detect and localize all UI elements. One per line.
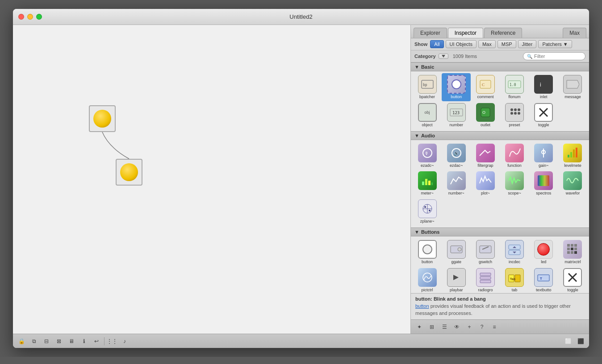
obj-scope[interactable]: scope~ — [500, 170, 529, 198]
svg-point-41 — [458, 248, 461, 251]
section-basic[interactable]: ▼ Basic — [411, 62, 589, 71]
maximize-button[interactable] — [36, 14, 42, 20]
section-buttons[interactable]: ▼ Buttons — [411, 228, 589, 236]
obj-btn-button[interactable]: button — [413, 238, 442, 266]
obj-function[interactable]: function — [500, 142, 529, 170]
tab-reference[interactable]: Reference — [484, 28, 522, 38]
obj-levelmete[interactable]: levelmete — [558, 142, 587, 170]
section-collapse-basic[interactable]: ▼ — [414, 64, 419, 70]
button-node-1[interactable] — [89, 105, 116, 132]
filter-patchers[interactable]: Patchers ▼ — [538, 40, 572, 48]
obj-ezadc[interactable]: 🎙 ezadc~ — [413, 142, 442, 170]
obj-toggle[interactable]: toggle — [529, 101, 558, 129]
obj-outlet[interactable]: O outlet — [471, 101, 500, 129]
obj-plot[interactable]: plot~ — [471, 170, 500, 198]
toggle-label: toggle — [538, 123, 549, 128]
section-collapse-audio[interactable]: ▼ — [414, 133, 419, 138]
obj-gain[interactable]: gain~ — [529, 142, 558, 170]
gswitch-icon — [476, 240, 495, 259]
function-icon — [505, 144, 524, 162]
obj-tab[interactable]: Tab tab — [500, 266, 529, 293]
info-link[interactable]: button — [415, 303, 429, 309]
section-audio[interactable]: ▼ Audio — [411, 131, 589, 140]
eye-icon[interactable]: 👁 — [452, 322, 462, 332]
obj-spectros[interactable]: spectros — [529, 170, 558, 198]
plot-icon — [476, 171, 495, 190]
radiogro-label: radiogro — [478, 288, 493, 293]
ggate-icon — [447, 240, 466, 259]
obj-radiogro[interactable]: radiogro — [471, 266, 500, 293]
obj-number[interactable]: 123 number — [442, 101, 471, 129]
scope-label: scope~ — [508, 191, 521, 196]
obj-inlet[interactable]: i inlet — [529, 73, 558, 101]
obj-toggle2[interactable]: toggle — [558, 266, 587, 293]
info-icon[interactable]: ℹ — [79, 336, 89, 346]
comment-icon: C — [476, 75, 495, 94]
tab-explorer[interactable]: Explorer — [414, 28, 447, 38]
obj-button[interactable]: button — [442, 73, 471, 101]
outlet-icon: O — [476, 103, 495, 122]
grid-icon[interactable]: ⊟ — [42, 336, 51, 346]
items-count: 1009 Items — [453, 54, 477, 59]
plus-icon[interactable]: + — [464, 322, 474, 332]
function-label: function — [507, 163, 522, 168]
layers-icon[interactable]: ⧉ — [29, 336, 39, 346]
music-icon[interactable]: ♪ — [120, 336, 130, 346]
obj-ggate[interactable]: ggate — [442, 238, 471, 266]
section-collapse-buttons[interactable]: ▼ — [414, 229, 419, 235]
obj-matrixctrl[interactable]: matrixctrl — [558, 238, 587, 266]
arrow-icon[interactable]: ↩ — [92, 336, 101, 346]
obj-bpatcher[interactable]: bp bpatcher — [413, 73, 442, 101]
object-list[interactable]: ▼ Basic bp bpatcher — [411, 62, 589, 293]
obj-zplane[interactable]: zplane~ — [413, 198, 442, 226]
number2-label: number~ — [448, 191, 464, 196]
obj-led[interactable]: led — [529, 238, 558, 266]
tab-inspector[interactable]: Inspector — [448, 28, 483, 38]
filter-ui-objects[interactable]: UI Objects — [446, 40, 477, 48]
filter-all[interactable]: All — [430, 40, 443, 48]
expand-icon[interactable]: ⬜ — [563, 336, 573, 346]
collapse-icon[interactable]: ⬛ — [576, 336, 585, 346]
obj-comment[interactable]: C comment — [471, 73, 500, 101]
apps-icon[interactable]: ⋮⋮ — [107, 336, 117, 346]
obj-pictctrl[interactable]: pictctrl — [413, 266, 442, 293]
obj-message[interactable]: message — [558, 73, 587, 101]
svg-rect-48 — [567, 244, 570, 247]
close-box-icon[interactable]: ⊠ — [54, 336, 64, 346]
svg-marker-58 — [453, 275, 459, 280]
lock-icon[interactable]: 🔒 — [17, 336, 26, 346]
canvas-area[interactable] — [13, 25, 410, 334]
monitor-icon[interactable]: 🖥 — [67, 336, 76, 346]
obj-ezdac[interactable]: 🔊 ezdac~ — [442, 142, 471, 170]
tab-max[interactable]: Max — [563, 28, 586, 38]
obj-textbutto[interactable]: T textbutto — [529, 266, 558, 293]
filter-jitter[interactable]: Jitter — [518, 40, 537, 48]
obj-filtergrap[interactable]: filtergrap — [471, 142, 500, 170]
svg-text:🎙: 🎙 — [425, 151, 429, 156]
button-node-2[interactable] — [116, 159, 142, 186]
filter-msp[interactable]: MSP — [497, 40, 516, 48]
help-icon[interactable]: ? — [477, 322, 487, 332]
meter-label: meter~ — [421, 191, 433, 196]
obj-gswitch[interactable]: gswitch — [471, 238, 500, 266]
search-input[interactable] — [534, 54, 581, 59]
obj-playbar[interactable]: playbar — [442, 266, 471, 293]
search-box[interactable]: 🔍 — [523, 52, 585, 60]
obj-wavefor[interactable]: wavefor — [558, 170, 587, 198]
filter-max[interactable]: Max — [478, 40, 496, 48]
star-icon[interactable]: ✦ — [414, 322, 424, 332]
svg-text:T: T — [540, 277, 542, 281]
close-button[interactable] — [18, 14, 24, 20]
led-label: led — [541, 260, 546, 265]
minimize-button[interactable] — [27, 14, 33, 20]
obj-preset[interactable]: preset — [500, 101, 529, 129]
menu-icon[interactable]: ≡ — [489, 322, 499, 332]
grid4-icon[interactable]: ⊞ — [427, 322, 437, 332]
obj-meter[interactable]: meter~ — [413, 170, 442, 198]
obj-incdec[interactable]: incdec — [500, 238, 529, 266]
list-icon[interactable]: ☰ — [439, 322, 449, 332]
obj-number2[interactable]: number~ — [442, 170, 471, 198]
category-dropdown[interactable] — [439, 54, 448, 59]
obj-object[interactable]: obj object — [413, 101, 442, 129]
obj-flonum[interactable]: 1.0 flonum — [500, 73, 529, 101]
